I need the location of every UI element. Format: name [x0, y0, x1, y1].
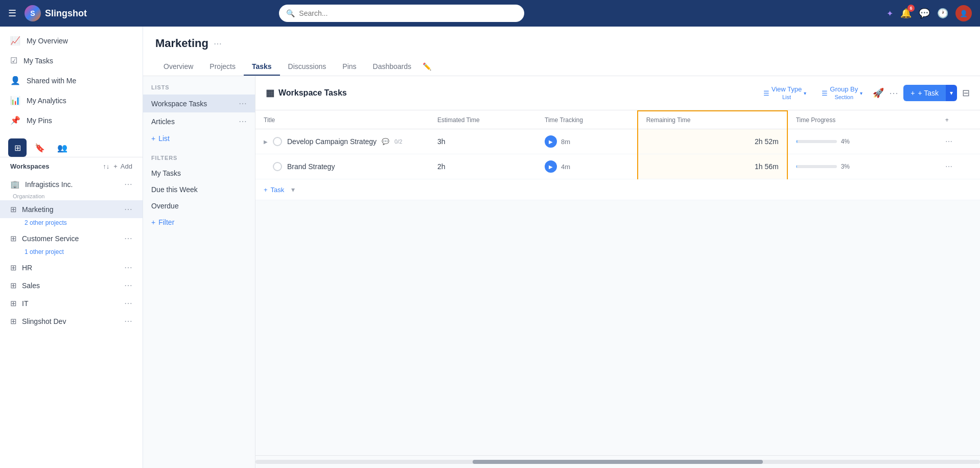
add-task-dropdown-button[interactable]: ▾: [946, 85, 957, 101]
sparkle-icon[interactable]: ✦: [886, 9, 893, 18]
group-by-button[interactable]: ☰ Group By Section ▾: [816, 82, 868, 104]
progress-percentage: 3%: [841, 163, 850, 170]
workspace-icon: ⊞: [10, 299, 17, 308]
list-item-articles[interactable]: Articles ⋯: [143, 112, 255, 130]
search-input[interactable]: [299, 9, 517, 17]
expand-icon[interactable]: ▶: [264, 139, 268, 145]
sidebar-item-shared-with-me[interactable]: 👤 Shared with Me: [0, 71, 143, 90]
list-item-workspace-tasks[interactable]: Workspace Tasks ⋯: [143, 95, 255, 112]
workspace-more-icon[interactable]: ⋯: [124, 263, 132, 272]
workspaces-add-button[interactable]: + Add: [113, 162, 132, 170]
chat-icon[interactable]: 💬: [919, 8, 930, 19]
row-more-icon[interactable]: ⋯: [945, 137, 952, 146]
search-bar[interactable]: 🔍: [279, 5, 524, 22]
play-button[interactable]: ▶: [545, 160, 557, 173]
workspace-sub-projects[interactable]: 1 other project: [25, 247, 143, 259]
workspace-item-sales[interactable]: ⊞ Sales ⋯: [0, 276, 143, 294]
table-row: ▶ Develop Campaign Strategy 💬 0/2 3h: [255, 129, 980, 154]
workspace-more-icon[interactable]: ⋯: [124, 298, 132, 308]
sidebar-item-my-pins[interactable]: 📌 My Pins: [0, 110, 143, 130]
workspace-more-icon[interactable]: ⋯: [124, 280, 132, 290]
workspace-sub-projects[interactable]: 2 other projects: [25, 218, 143, 229]
task-checkbox[interactable]: [273, 162, 282, 171]
chevron-down-icon[interactable]: ▾: [291, 185, 295, 194]
row-more-icon[interactable]: ⋯: [945, 162, 952, 171]
sidebar-nav: 📈 My Overview ☑ My Tasks 👤 Shared with M…: [0, 27, 143, 134]
scrollbar-thumb[interactable]: [473, 460, 762, 464]
edit-tab-icon[interactable]: ✏️: [419, 58, 434, 76]
workspace-item-marketing[interactable]: ⊞ Marketing ⋯: [0, 200, 143, 218]
sidebar-item-my-tasks[interactable]: ☑ My Tasks: [0, 51, 143, 71]
filter-label: Due this Week: [151, 185, 198, 194]
hamburger-menu-icon[interactable]: ☰: [8, 8, 16, 19]
add-task-row[interactable]: + Task ▾: [255, 179, 980, 200]
notifications-icon[interactable]: 🔔 6: [900, 8, 912, 19]
workspace-more-icon[interactable]: ⋯: [124, 233, 132, 243]
view-type-icon: ☰: [763, 89, 769, 97]
lists-panel: LISTS Workspace Tasks ⋯ Articles ⋯ + Lis…: [143, 76, 255, 468]
workspace-icon: ⊞: [10, 317, 17, 326]
estimated-time-cell: 3h: [429, 129, 536, 154]
clock-icon[interactable]: 🕐: [937, 8, 948, 19]
tab-overview[interactable]: Overview: [155, 58, 201, 76]
rocket-icon[interactable]: 🚀: [873, 87, 884, 99]
tab-discussions[interactable]: Discussions: [280, 58, 335, 76]
sidebar-tab-bookmark[interactable]: 🔖: [31, 138, 49, 157]
workspaces-label: Workspaces: [10, 162, 99, 170]
tab-pins[interactable]: Pins: [334, 58, 364, 76]
remaining-time-cell: 2h 52m: [638, 129, 787, 154]
filter-overdue[interactable]: Overdue: [143, 198, 255, 214]
workspaces-sort[interactable]: ↑↓: [103, 162, 109, 170]
add-task-button-group: + + Task ▾: [903, 85, 957, 101]
workspace-item-slingshot-dev[interactable]: ⊞ Slingshot Dev ⋯: [0, 312, 143, 330]
column-add-button[interactable]: +: [937, 111, 980, 129]
play-button[interactable]: ▶: [545, 135, 557, 148]
more-options-icon[interactable]: ⋯: [889, 87, 898, 99]
sidebar-item-my-analytics[interactable]: 📊 My Analytics: [0, 90, 143, 110]
list-item-more-icon[interactable]: ⋯: [239, 99, 247, 108]
task-checkbox[interactable]: [273, 137, 282, 146]
task-name: Brand Strategy: [287, 162, 335, 171]
add-task-label: + Task: [918, 89, 939, 97]
add-list-button[interactable]: + List: [143, 130, 255, 147]
progress-bar-fill: [796, 165, 797, 168]
top-navigation: ☰ S Slingshot 🔍 ✦ 🔔 6 💬 🕐 👤: [0, 0, 980, 27]
progress-bar: [796, 165, 837, 168]
view-type-button[interactable]: ☰ View Type List ▾: [758, 82, 812, 104]
tab-tasks[interactable]: Tasks: [244, 58, 280, 76]
user-avatar[interactable]: 👤: [955, 5, 972, 21]
add-task-button[interactable]: + + Task: [903, 85, 946, 101]
plus-icon: +: [264, 186, 268, 194]
workspace-item-it[interactable]: ⊞ IT ⋯: [0, 294, 143, 312]
workspace-item-customer-service[interactable]: ⊞ Customer Service ⋯: [0, 229, 143, 247]
workspace-more-icon[interactable]: ⋯: [124, 204, 132, 214]
list-item-more-icon[interactable]: ⋯: [239, 116, 247, 126]
workspace-item-hr[interactable]: ⊞ HR ⋯: [0, 259, 143, 276]
filter-due-this-week[interactable]: Due this Week: [143, 181, 255, 198]
workspace-icon: ⊞: [10, 234, 17, 243]
task-toolbar-title: ▦ Workspace Tasks: [266, 87, 752, 99]
filter-my-tasks[interactable]: My Tasks: [143, 165, 255, 181]
filter-label: Overdue: [151, 202, 179, 210]
sidebar-tab-layers[interactable]: ⊞: [8, 138, 27, 157]
chevron-down-icon: ▾: [804, 90, 806, 96]
project-more-icon[interactable]: ⋯: [214, 39, 222, 49]
time-tracking-cell: ▶ 4m: [536, 154, 638, 179]
workspace-label: Sales: [22, 282, 119, 290]
tab-dashboards[interactable]: Dashboards: [365, 58, 420, 76]
sidebar-item-label: My Pins: [27, 116, 52, 125]
group-by-label: Group By Section: [830, 85, 858, 101]
time-tracking-value: 4m: [561, 163, 570, 171]
workspace-more-icon[interactable]: ⋯: [124, 316, 132, 326]
add-task-label: Task: [271, 186, 285, 194]
group-by-icon: ☰: [822, 89, 828, 97]
workspace-item-infragistics[interactable]: 🏢 Infragistics Inc. ⋯: [0, 175, 143, 193]
view-type-label: View Type List: [772, 85, 802, 101]
sidebar-tab-team[interactable]: 👥: [53, 138, 72, 157]
workspace-more-icon[interactable]: ⋯: [124, 179, 132, 189]
filter-icon[interactable]: ⊟: [962, 87, 970, 99]
horizontal-scrollbar[interactable]: [255, 455, 980, 468]
tab-projects[interactable]: Projects: [201, 58, 244, 76]
add-filter-button[interactable]: + Filter: [143, 214, 255, 230]
sidebar-item-my-overview[interactable]: 📈 My Overview: [0, 31, 143, 51]
